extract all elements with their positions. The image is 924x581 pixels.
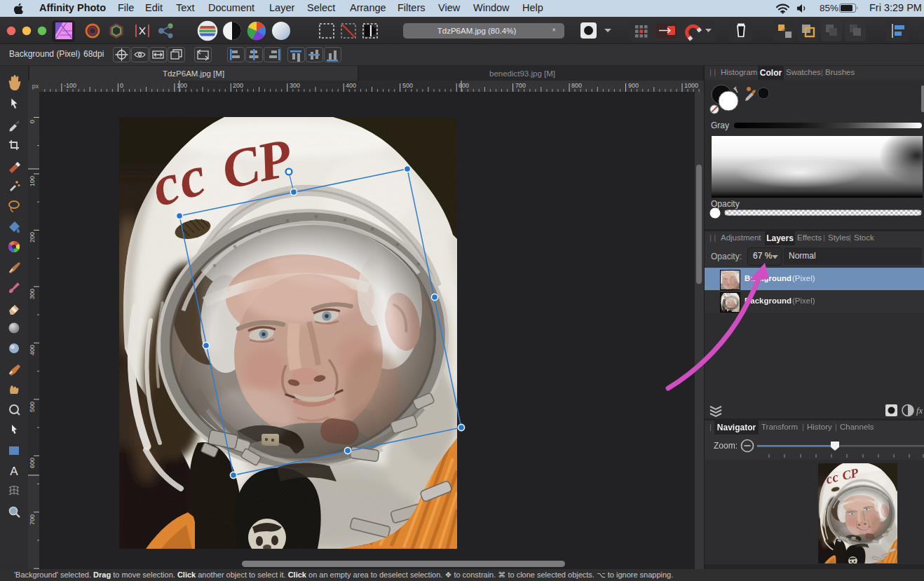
svg-text:700: 700	[29, 514, 36, 525]
svg-text:500: 500	[402, 82, 413, 89]
svg-text:0: 0	[120, 82, 123, 89]
svg-text:300: 300	[29, 289, 36, 299]
svg-text:100: 100	[177, 82, 187, 89]
svg-text:200: 200	[233, 82, 243, 89]
svg-text:500: 500	[29, 402, 36, 412]
svg-text:700: 700	[515, 82, 526, 89]
svg-text:-100: -100	[64, 82, 76, 89]
svg-text:400: 400	[29, 345, 36, 355]
svg-text:TdzP6AM.jpg (80.4%): TdzP6AM.jpg (80.4%)	[437, 27, 517, 35]
svg-text:fx: fx	[916, 405, 923, 416]
svg-text:0: 0	[29, 120, 36, 123]
svg-text:900: 900	[628, 82, 639, 89]
svg-text:200: 200	[29, 232, 36, 242]
svg-text:400: 400	[346, 82, 356, 89]
svg-text:1000: 1000	[684, 82, 698, 89]
svg-text:300: 300	[290, 82, 300, 89]
svg-text:600: 600	[458, 82, 469, 89]
svg-text:800: 800	[571, 82, 582, 89]
svg-text:*: *	[552, 27, 556, 36]
svg-text:600: 600	[29, 458, 36, 468]
svg-text:100: 100	[29, 176, 36, 186]
svg-text:A: A	[10, 465, 18, 478]
